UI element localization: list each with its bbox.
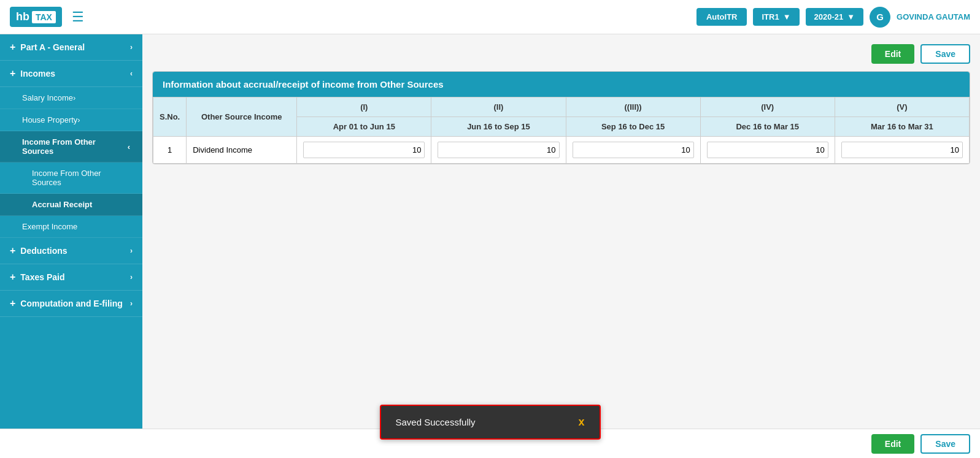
logo-tax: TAX [32,11,56,23]
col3-date-header: Sep 16 to Dec 15 [566,117,700,137]
user-name: GOVINDA GAUTAM [897,12,970,21]
col-source-header: Other Source Income [187,97,297,137]
table-section: Information about accrual/receipt of inc… [152,71,970,164]
avatar: G [870,7,890,28]
sidebar-item-deductions[interactable]: + Deductions › [0,238,142,264]
main-content: Edit Save Information about accrual/rece… [142,34,980,429]
sidebar-item-salary[interactable]: Salary Income › [0,87,142,109]
sidebar-item-accrual[interactable]: Accrual Receipt [0,194,142,216]
input-col5[interactable] [841,142,963,158]
input-col1[interactable] [303,142,425,158]
input-col3[interactable] [573,142,694,158]
cell-col3[interactable] [566,137,700,164]
year-button[interactable]: 2020-21 ▼ [806,8,864,26]
chevron-icon: ‹ [130,69,133,78]
sidebar-label-incomes: Incomes [20,69,55,78]
year-label: 2020-21 [814,12,844,21]
edit-button-bottom[interactable]: Edit [871,434,914,454]
toast-message: Saved Successfully [396,417,476,427]
toast-close-button[interactable]: x [578,416,584,429]
cell-col4[interactable] [700,137,835,164]
save-button-top[interactable]: Save [920,44,970,64]
col-sno-header: S.No. [153,97,187,137]
cell-col2[interactable] [431,137,566,164]
sidebar-label-salary: Salary Income [22,93,73,102]
col5-date-header: Mar 16 to Mar 31 [835,117,969,137]
plus-icon: + [10,245,15,256]
save-button-bottom[interactable]: Save [920,434,970,454]
sidebar-item-other-sources-child[interactable]: Income From Other Sources [0,162,142,194]
year-chevron-icon: ▼ [847,12,855,21]
sidebar-item-part-a[interactable]: + Part A - General › [0,34,142,61]
sidebar-label-accrual: Accrual Receipt [32,200,92,209]
chevron-icon: › [130,273,133,281]
accrual-table: S.No. Other Source Income (I) (II) ((III… [153,97,970,164]
chevron-icon: › [130,299,133,308]
sidebar: + Part A - General › + Incomes ‹ Salary … [0,34,142,429]
cell-col5[interactable] [835,137,969,164]
app-header: hb TAX ☰ AutoITR ITR1 ▼ 2020-21 ▼ G GOVI… [0,0,980,34]
logo: hb TAX [10,7,62,27]
edit-button-top[interactable]: Edit [871,44,914,64]
plus-icon: + [10,298,15,309]
sidebar-item-other-sources[interactable]: Income From Other Sources ‹ [0,131,142,162]
itr1-label: ITR1 [762,12,779,21]
sidebar-label-computation: Computation and E-filing [20,299,122,308]
sidebar-label-taxes: Taxes Paid [20,272,64,282]
sidebar-label-deductions: Deductions [20,246,67,256]
col3-num-header: ((III)) [566,97,700,117]
sidebar-item-incomes[interactable]: + Incomes ‹ [0,61,142,87]
sidebar-item-house[interactable]: House Property › [0,109,142,131]
sidebar-label-other-sources: Income From Other Sources [22,137,128,156]
toast-overlay: Saved Successfully x [380,405,601,429]
layout: + Part A - General › + Incomes ‹ Salary … [0,34,980,429]
table-section-title: Information about accrual/receipt of inc… [153,72,970,97]
table-row: 1Dividend Income [153,137,970,164]
cell-source: Dividend Income [187,137,297,164]
autoitr-button[interactable]: AutoITR [696,8,747,26]
hamburger-icon[interactable]: ☰ [72,9,84,25]
sidebar-item-exempt[interactable]: Exempt Income [0,216,142,238]
cell-col1[interactable] [297,137,431,164]
cell-sno: 1 [153,137,187,164]
col2-num-header: (II) [431,97,566,117]
chevron-icon: › [130,246,133,255]
col2-date-header: Jun 16 to Sep 15 [431,117,566,137]
col4-num-header: (IV) [700,97,835,117]
sidebar-item-computation[interactable]: + Computation and E-filing › [0,291,142,317]
top-actions: Edit Save [152,44,970,64]
plus-icon: + [10,68,15,79]
col1-date-header: Apr 01 to Jun 15 [297,117,431,137]
sidebar-item-taxes[interactable]: + Taxes Paid › [0,264,142,291]
input-col4[interactable] [707,142,828,158]
chevron-icon: › [130,43,133,52]
plus-icon: + [10,272,15,283]
col1-num-header: (I) [297,97,431,117]
col5-num-header: (V) [835,97,969,117]
chevron-icon: › [77,115,80,124]
sidebar-label-part-a: Part A - General [20,42,85,52]
sidebar-label-house: House Property [22,115,77,124]
chevron-icon: › [73,93,75,102]
header-right: AutoITR ITR1 ▼ 2020-21 ▼ G GOVINDA GAUTA… [696,7,970,28]
input-col2[interactable] [438,142,559,158]
chevron-icon: ‹ [128,142,130,151]
sidebar-label-exempt: Exempt Income [22,222,77,231]
logo-hb: hb [16,10,29,23]
itr1-chevron-icon: ▼ [783,12,791,21]
toast-notification: Saved Successfully x [380,405,601,429]
itr1-button[interactable]: ITR1 ▼ [753,8,799,26]
plus-icon: + [10,42,15,53]
col4-date-header: Dec 16 to Mar 15 [700,117,835,137]
sidebar-label-other-sources-child: Income From Other Sources [32,169,130,187]
